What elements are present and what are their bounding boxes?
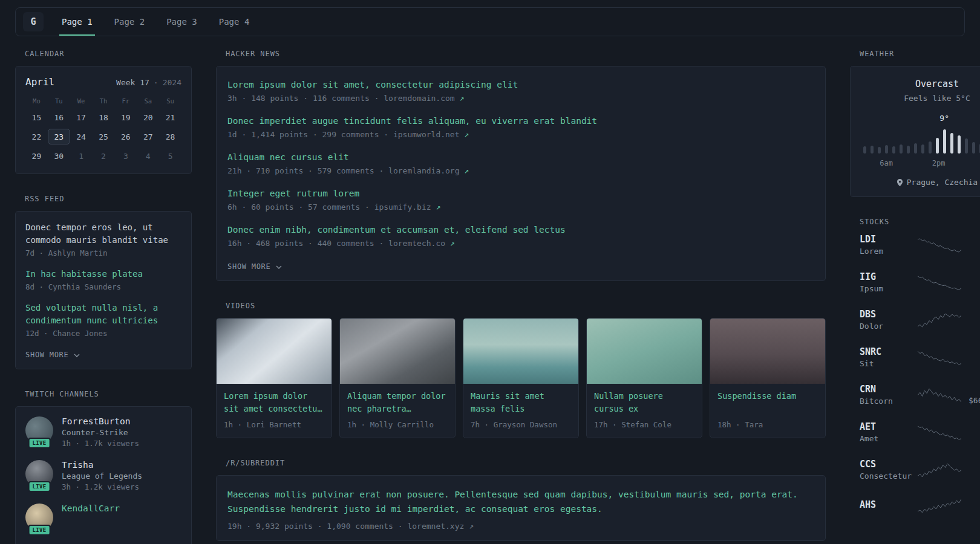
twitch-channel-name[interactable]: ForrestBurton <box>62 416 139 426</box>
hn-item-title[interactable]: Integer eget rutrum lorem <box>227 187 814 200</box>
video-card[interactable]: Aliquam tempor dolor nec pharetra… 1h · … <box>339 318 456 438</box>
tab-page-4[interactable]: Page 4 <box>217 8 252 36</box>
calendar-day-headers: Mo Tu We Th Fr Sa Su <box>25 97 181 105</box>
hn-item-meta: 21h · 710 points · 579 comments · loreml… <box>227 166 814 175</box>
calendar-day: 22 <box>25 129 48 144</box>
video-card[interactable]: Lorem ipsum dolor sit amet consectetu… 1… <box>216 318 332 438</box>
video-title[interactable]: Suspendisse diam <box>717 390 818 415</box>
stock-row[interactable]: AET Amet +0.92% $499.72 <box>860 421 980 443</box>
stock-change: +4.35% <box>969 235 980 244</box>
video-body: Nullam posuere cursus ex 17h · Stefan Co… <box>587 384 702 438</box>
rss-item-meta: 8d · Cynthia Saunders <box>25 282 181 291</box>
day-header-sa: Sa <box>137 97 159 105</box>
subreddit-post-title[interactable]: Maecenas mollis pulvinar erat non posuer… <box>227 488 814 517</box>
twitch-channel-row[interactable]: LIVE Trisha League of Legends 3h · 1.2k … <box>25 460 181 491</box>
video-meta: 1h · Molly Carrillo <box>347 420 448 429</box>
rss-item-title[interactable]: Donec tempor eros leo, ut commodo mauris… <box>25 221 181 247</box>
rss-item: In hac habitasse platea 8d · Cynthia Sau… <box>25 268 181 291</box>
tab-page-1[interactable]: Page 1 <box>59 8 95 36</box>
stock-sparkline <box>918 236 961 254</box>
video-thumbnail[interactable] <box>587 319 702 384</box>
video-body: Aliquam tempor dolor nec pharetra… 1h · … <box>340 384 455 438</box>
location-pin-icon <box>897 178 903 187</box>
calendar-header: April Week 17 · 2024 <box>25 76 181 88</box>
tab-page-3[interactable]: Page 3 <box>164 8 200 36</box>
calendar-day-next-month: 3 <box>114 148 137 164</box>
video-card[interactable]: Mauris sit amet massa felis 7h · Grayson… <box>463 318 579 438</box>
video-title[interactable]: Aliquam tempor dolor nec pharetra… <box>347 390 448 415</box>
hn-item: Integer eget rutrum lorem 6h · 60 points… <box>227 187 814 212</box>
app-logo[interactable]: G <box>23 12 44 31</box>
video-thumbnail[interactable] <box>217 319 332 384</box>
weather-feels-like: Feels like 5°C <box>860 94 980 103</box>
twitch-channel-row[interactable]: LIVE KendallCarr <box>25 504 181 531</box>
stock-row[interactable]: CCS Consectetur +0.51% $165.84 <box>860 459 980 481</box>
hn-item-domain-link[interactable]: ipsumworld.net <box>393 130 460 139</box>
stock-sparkline <box>918 311 961 329</box>
rss-card: Donec tempor eros leo, ut commodo mauris… <box>15 211 192 369</box>
stock-price: $66,171.48 <box>969 396 980 405</box>
separator-dot: · <box>154 78 158 87</box>
stock-row[interactable]: AHS +0.46% <box>860 496 980 514</box>
twitch-channel-meta: 3h · 1.2k viewers <box>62 482 142 491</box>
video-thumbnail[interactable] <box>463 319 578 384</box>
calendar-days-grid: 15 16 17 18 19 20 21 22 23 24 25 26 27 2… <box>25 109 181 164</box>
video-body: Mauris sit amet massa felis 7h · Grayson… <box>463 384 578 438</box>
hn-item-title[interactable]: Donec enim nibh, condimentum et accumsan… <box>227 224 814 236</box>
weather-widget: WEATHER Overcast Feels like 5°C 9° 6am 2… <box>850 50 980 197</box>
calendar-day: 24 <box>70 129 93 144</box>
video-card[interactable]: Suspendisse diam 18h · Tara <box>710 318 826 438</box>
day-header-su: Su <box>159 97 181 105</box>
video-thumbnail[interactable] <box>340 319 455 384</box>
day-header-th: Th <box>93 97 115 105</box>
stock-row[interactable]: LDI Lorem +4.35% $795.18 <box>860 234 980 256</box>
hn-item-title[interactable]: Aliquam nec cursus elit <box>227 151 814 164</box>
chevron-down-icon <box>276 265 282 269</box>
middle-column: HACKER NEWS Lorem ipsum dolor sit amet, … <box>216 50 826 544</box>
video-thumbnail[interactable] <box>710 319 825 384</box>
stock-row[interactable]: IIG Ipsum +2.84% $42.04 <box>860 271 980 293</box>
twitch-channel-info: KendallCarr <box>62 504 120 513</box>
stock-row[interactable]: CRN Bitcorn -1.00% $66,171.48 <box>860 384 980 406</box>
twitch-channel-name[interactable]: KendallCarr <box>62 504 120 513</box>
stock-row[interactable]: SNRC Sit +1.36% $148.64 <box>860 346 980 368</box>
hn-item-title[interactable]: Donec imperdiet augue tincidunt felis al… <box>227 115 814 128</box>
hn-item-domain-link[interactable]: loremdomain.com <box>384 94 454 103</box>
subreddit-domain-link[interactable]: loremnet.xyz <box>407 522 464 531</box>
hn-item-domain-link[interactable]: loremtech.co <box>388 239 445 248</box>
weather-bars <box>860 129 980 154</box>
hn-show-more-button[interactable]: SHOW MORE <box>227 262 282 271</box>
video-title[interactable]: Mauris sit amet massa felis <box>471 390 571 415</box>
twitch-channel-name[interactable]: Trisha <box>62 460 142 470</box>
live-badge: LIVE <box>28 438 51 448</box>
stocks-list: LDI Lorem +4.35% $795.18 IIG Ipsum <box>850 234 980 514</box>
hn-meta-text: 21h · 710 points · 579 comments · <box>227 166 388 175</box>
subreddit-widget-title: /R/SUBREDDIT <box>226 459 826 467</box>
twitch-channel-category[interactable]: League of Legends <box>62 471 142 481</box>
stock-row[interactable]: DBS Dolor +1.42% $156.28 <box>860 309 980 331</box>
rss-show-more-button[interactable]: SHOW MORE <box>25 351 80 359</box>
tab-page-2[interactable]: Page 2 <box>112 8 148 36</box>
twitch-avatar-wrap: LIVE <box>25 504 53 531</box>
hn-item-domain-link[interactable]: loremlandia.org <box>388 166 459 175</box>
calendar-day: 29 <box>25 148 48 164</box>
rss-item-title[interactable]: Sed volutpat nulla nisl, a condimentum n… <box>25 302 181 327</box>
stock-symbol: AET <box>860 421 918 432</box>
rss-item-title[interactable]: In hac habitasse platea <box>25 268 181 280</box>
stock-values: +0.46% <box>969 500 980 511</box>
video-meta: 18h · Tara <box>717 420 818 429</box>
video-card[interactable]: Nullam posuere cursus ex 17h · Stefan Co… <box>586 318 702 438</box>
hn-item: Donec enim nibh, condimentum et accumsan… <box>227 224 814 248</box>
video-title[interactable]: Nullam posuere cursus ex <box>594 390 694 415</box>
stock-price: $156.28 <box>969 321 980 330</box>
hn-item-title[interactable]: Lorem ipsum dolor sit amet, consectetur … <box>227 79 814 91</box>
twitch-channel-category[interactable]: Counter-Strike <box>62 428 139 437</box>
left-column: CALENDAR April Week 17 · 2024 Mo Tu We T… <box>15 50 192 544</box>
live-badge: LIVE <box>28 525 51 536</box>
hn-item-domain-link[interactable]: ipsumify.biz <box>374 202 431 212</box>
stock-name: Ipsum <box>860 284 918 293</box>
hn-meta-text: 16h · 468 points · 440 comments · <box>227 239 388 248</box>
video-title[interactable]: Lorem ipsum dolor sit amet consectetu… <box>224 390 324 415</box>
external-link-icon: ↗ <box>469 522 474 531</box>
twitch-channel-row[interactable]: LIVE ForrestBurton Counter-Strike 1h · 1… <box>25 416 181 448</box>
